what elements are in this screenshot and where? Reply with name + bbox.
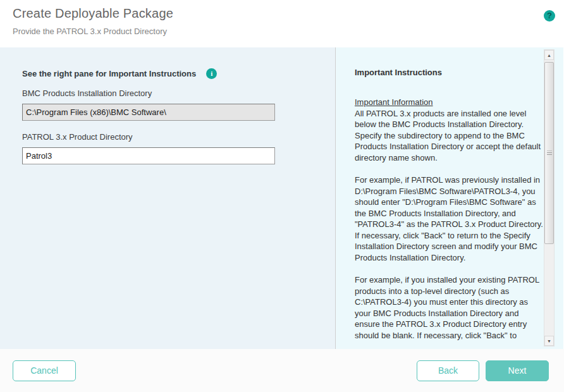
vertical-scrollbar[interactable]: ▲ ▼ bbox=[544, 49, 555, 346]
help-icon[interactable]: ? bbox=[544, 10, 555, 21]
scroll-up-icon[interactable]: ▲ bbox=[544, 50, 554, 60]
info-icon: i bbox=[206, 68, 217, 79]
instruction-text: See the right pane for Important Instruc… bbox=[22, 69, 196, 78]
instructions-paragraph: For example, if PATROL was previously in… bbox=[355, 175, 544, 263]
important-information-subheading: Important Information bbox=[355, 97, 544, 108]
footer-nav-buttons: Back Next bbox=[417, 360, 549, 381]
instructions-pane: Important Instructions Important Informa… bbox=[336, 47, 563, 349]
back-button[interactable]: Back bbox=[417, 360, 479, 381]
page-title: Create Deployable Package bbox=[13, 6, 551, 21]
instructions-paragraph: For example, if you installed your exist… bbox=[355, 274, 544, 341]
bmc-install-dir-field bbox=[22, 104, 275, 121]
patrol-dir-label: PATROL 3.x Product Directory bbox=[22, 132, 313, 142]
wizard-header: Create Deployable Package Provide the PA… bbox=[0, 0, 564, 47]
form-pane: See the right pane for Important Instruc… bbox=[0, 47, 336, 349]
instructions-heading: Important Instructions bbox=[355, 68, 544, 77]
cancel-button[interactable]: Cancel bbox=[13, 360, 76, 381]
bmc-install-dir-label: BMC Products Installation Directory bbox=[22, 89, 313, 98]
next-button[interactable]: Next bbox=[486, 360, 549, 381]
scroll-down-icon[interactable]: ▼ bbox=[544, 336, 554, 346]
instructions-content: Important Instructions Important Informa… bbox=[336, 47, 544, 341]
instruction-row: See the right pane for Important Instruc… bbox=[22, 68, 313, 79]
page-subtitle: Provide the PATROL 3.x Product Directory bbox=[13, 27, 551, 36]
instructions-paragraph: All PATROL 3.x products are installed on… bbox=[355, 108, 544, 164]
scrollbar-thumb[interactable] bbox=[544, 62, 554, 244]
content-area: See the right pane for Important Instruc… bbox=[0, 47, 564, 349]
scrollbar-grip-icon bbox=[547, 151, 552, 156]
wizard-footer: Cancel Back Next bbox=[0, 349, 564, 392]
patrol-dir-field[interactable] bbox=[22, 147, 275, 164]
